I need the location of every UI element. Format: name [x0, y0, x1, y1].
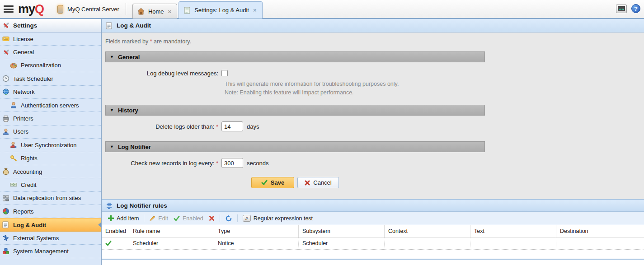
x-icon — [209, 215, 215, 221]
table-row[interactable]: Scheduler Notice Scheduler — [102, 237, 644, 250]
section-header-history[interactable]: ▼ History — [105, 105, 485, 116]
sidebar-item-task-scheduler[interactable]: Task Scheduler — [0, 72, 101, 85]
column-header-subsystem[interactable]: Subsystem — [299, 225, 385, 237]
close-icon[interactable]: × — [252, 7, 258, 14]
column-header-destination[interactable]: Destination — [556, 225, 644, 237]
sidebar-item-label: Network — [13, 88, 35, 95]
tab-settings-log-audit[interactable]: Settings: Log & Audit × — [179, 1, 262, 19]
save-button[interactable]: Save — [251, 177, 294, 188]
top-bar: myQ MyQ Central Server Home × Settings: … — [0, 0, 644, 19]
tab-strip: Home × Settings: Log & Audit × — [132, 0, 264, 19]
check-records-row: Check new records in log every: * second… — [102, 158, 644, 168]
document-icon — [2, 221, 9, 229]
myq-logo: myQ — [18, 3, 44, 15]
column-header-context[interactable]: Context — [385, 225, 470, 237]
replication-icon — [2, 194, 9, 202]
logo-accent: Q — [35, 2, 44, 16]
user-icon — [9, 102, 17, 109]
required-asterisk: * — [216, 123, 218, 130]
menu-icon[interactable] — [4, 5, 14, 13]
form-actions: Save Cancel — [105, 177, 485, 188]
debug-help-2: Note: Enabling this feature will impact … — [225, 88, 644, 97]
key-icon — [9, 154, 17, 162]
close-icon[interactable]: × — [167, 8, 173, 15]
topbar-actions: ? — [616, 4, 640, 13]
chevron-down-icon: ▼ — [110, 55, 114, 59]
column-header-rule-name[interactable]: Rule name — [129, 225, 214, 237]
sidebar-item-user-synchronization[interactable]: User Synchronization — [0, 139, 101, 152]
sidebar-item-system-management[interactable]: System Management — [0, 245, 101, 258]
sidebar-item-label: Accounting — [13, 168, 42, 175]
system-monitor-icon[interactable] — [616, 5, 627, 13]
rules-header: Log Notifier rules — [102, 199, 644, 212]
table-header-row: Enabled Rule name Type Subsystem Context… — [102, 225, 644, 237]
regex-icon: // — [243, 215, 251, 222]
column-header-text[interactable]: Text — [470, 225, 556, 237]
divider — [220, 214, 220, 222]
sidebar-item-label: Data replication from sites — [13, 195, 81, 201]
table-empty-area — [102, 250, 644, 265]
check-icon — [174, 216, 180, 221]
sidebar-item-general[interactable]: General — [0, 46, 101, 59]
enabled-button[interactable]: Enabled — [171, 213, 206, 224]
sidebar-item-rights[interactable]: Rights — [0, 152, 101, 165]
type-cell: Notice — [214, 237, 299, 249]
section-header-log-notifier[interactable]: ▼ Log Notifier — [105, 141, 485, 152]
sidebar-item-personalization[interactable]: Personalization — [0, 59, 101, 72]
edit-button[interactable]: Edit — [146, 213, 171, 224]
column-header-enabled[interactable]: Enabled — [102, 225, 129, 237]
sidebar-item-credit[interactable]: Credit — [0, 178, 101, 191]
sidebar-item-label: Reports — [13, 208, 34, 215]
palette-icon — [9, 61, 17, 69]
check-records-unit: seconds — [247, 160, 268, 167]
subsystem-cell: Scheduler — [299, 237, 385, 249]
add-item-button[interactable]: Add item — [105, 213, 141, 224]
chevron-down-icon: ▼ — [110, 144, 114, 149]
tools-icon — [2, 22, 9, 29]
log-notifier-rules-panel: Log Notifier rules Add item Edit Enabled — [102, 199, 644, 265]
sidebar-item-network[interactable]: Network — [0, 86, 101, 99]
server-selector[interactable]: MyQ Central Server — [56, 5, 126, 13]
sidebar-item-users[interactable]: Users — [0, 126, 101, 139]
sidebar-item-data-replication[interactable]: Data replication from sites — [0, 192, 101, 205]
sidebar-item-license[interactable]: License — [0, 33, 101, 46]
moneybag-icon — [2, 168, 9, 176]
cancel-button[interactable]: Cancel — [297, 177, 339, 188]
sidebar-item-reports[interactable]: Reports — [0, 205, 101, 218]
sidebar-item-authentication-servers[interactable]: Authentication servers — [0, 99, 101, 112]
delete-logs-unit: days — [247, 123, 259, 130]
globe-icon — [2, 88, 9, 96]
sidebar-item-label: Users — [13, 128, 28, 135]
sidebar-item-accounting[interactable]: Accounting — [0, 165, 101, 178]
column-header-type[interactable]: Type — [214, 225, 299, 237]
debug-checkbox[interactable] — [221, 70, 228, 76]
main-panel: Log & Audit Fields marked by * are manda… — [102, 19, 644, 265]
sidebar-item-label: General — [13, 49, 34, 56]
server-icon — [56, 5, 64, 13]
app-window: myQ MyQ Central Server Home × Settings: … — [0, 0, 644, 265]
logo-text: my — [18, 2, 35, 16]
help-icon[interactable]: ? — [631, 4, 640, 13]
delete-button[interactable] — [206, 213, 217, 224]
regex-test-button[interactable]: // Regular expression test — [240, 213, 315, 224]
sidebar-item-printers[interactable]: Printers — [0, 112, 101, 125]
check-records-input[interactable] — [221, 158, 243, 168]
delete-logs-label: Delete logs older than: * — [102, 123, 221, 130]
tab-home[interactable]: Home × — [132, 4, 177, 19]
sidebar-item-external-systems[interactable]: External Systems — [0, 232, 101, 245]
printer-icon — [2, 115, 9, 122]
piechart-icon — [2, 208, 9, 215]
delete-logs-row: Delete logs older than: * days — [102, 121, 644, 131]
server-label: MyQ Central Server — [67, 6, 119, 13]
collapse-arrow-icon[interactable] — [98, 222, 101, 228]
section-header-general[interactable]: ▼ General — [105, 51, 485, 62]
sidebar-item-log-audit[interactable]: Log & Audit — [0, 218, 101, 231]
pencil-icon — [149, 215, 155, 222]
page-title: Log & Audit — [117, 22, 151, 29]
user-sync-icon — [9, 141, 17, 149]
share-icon — [2, 234, 9, 242]
sidebar-item-label: Authentication servers — [21, 102, 79, 109]
refresh-button[interactable] — [222, 213, 235, 224]
delete-logs-input[interactable] — [221, 121, 243, 131]
user-icon — [2, 128, 9, 135]
